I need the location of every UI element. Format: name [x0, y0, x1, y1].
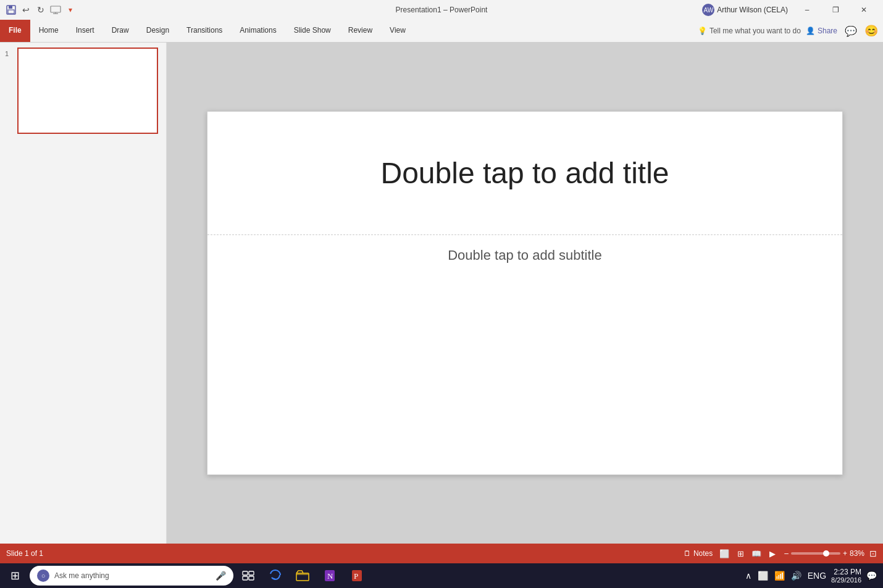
presenter-view-button[interactable]: ▶ — [766, 547, 779, 560]
share-icon: 👤 — [806, 27, 815, 35]
user-info[interactable]: AW Arthur Wilson (CELA) — [702, 4, 788, 16]
zoom-out-icon[interactable]: – — [784, 549, 789, 558]
svg-rect-1 — [9, 6, 12, 9]
slide-sorter-button[interactable]: ⊞ — [734, 547, 747, 560]
slide-thumbnail-wrapper: 1 — [5, 48, 161, 134]
taskbar-right: ∧ ⬜ 📶 🔊 ENG 2:23 PM 8/29/2016 💬 — [745, 568, 883, 584]
slide-info: Slide 1 of 1 — [6, 549, 43, 558]
restore-button[interactable]: ❐ — [821, 0, 850, 20]
share-area: 👤 Share 💬 😊 — [806, 24, 883, 38]
svg-rect-11 — [296, 573, 309, 575]
zoom-control: – + 83% — [784, 549, 864, 558]
title-bar-right: AW Arthur Wilson (CELA) – ❐ ✕ — [702, 0, 878, 20]
editor-area: Double tap to add title Double tap to ad… — [167, 43, 883, 544]
lightbulb-icon: 💡 — [698, 27, 707, 35]
tell-me-text: Tell me what you want to do — [709, 27, 801, 35]
zoom-slider[interactable] — [791, 552, 840, 555]
clock-date: 8/29/2016 — [831, 576, 861, 584]
tray-chevron-icon[interactable]: ∧ — [745, 571, 751, 581]
tab-file[interactable]: File — [0, 20, 30, 42]
search-circle-icon: ○ — [37, 569, 49, 582]
normal-view-button[interactable]: ⬜ — [718, 547, 731, 560]
tab-slideshow[interactable]: Slide Show — [285, 20, 340, 42]
undo-icon[interactable]: ↩ — [20, 4, 32, 16]
main-area: 1 Double tap to add title Double tap to … — [0, 43, 883, 544]
title-bar-left: ↩ ↻ ▾ — [5, 4, 77, 16]
tab-transitions[interactable]: Transitions — [178, 20, 231, 42]
slide-title-placeholder: Double tap to add title — [381, 156, 669, 190]
fit-slide-button[interactable]: ⊡ — [869, 549, 877, 558]
svg-rect-3 — [51, 6, 61, 12]
slide-subtitle-area[interactable]: Double tap to add subtitle — [207, 235, 842, 474]
zoom-in-icon[interactable]: + — [843, 549, 847, 558]
slide-subtitle-placeholder: Double tap to add subtitle — [448, 247, 602, 263]
network-icon[interactable]: 📶 — [774, 571, 785, 581]
tab-review[interactable]: Review — [340, 20, 381, 42]
language-icon[interactable]: ENG — [808, 571, 826, 581]
zoom-value: 83% — [850, 549, 864, 558]
notes-icon: 🗒 — [684, 549, 691, 558]
redo-icon[interactable]: ↻ — [35, 4, 47, 16]
edge-taskbar-icon[interactable] — [263, 563, 288, 588]
status-left: Slide 1 of 1 — [6, 549, 43, 558]
clock[interactable]: 2:23 PM 8/29/2016 — [831, 568, 861, 584]
svg-rect-6 — [243, 571, 248, 575]
tab-animations[interactable]: Animations — [231, 20, 285, 42]
user-name-label: Arthur Wilson (CELA) — [717, 6, 788, 14]
notifications-icon[interactable]: 💬 — [866, 571, 877, 581]
ribbon-tabs: File Home Insert Draw Design Transitions… — [0, 20, 883, 42]
system-tray: ∧ ⬜ 📶 🔊 ENG — [745, 571, 826, 581]
reading-view-button[interactable]: 📖 — [750, 547, 763, 560]
start-button[interactable]: ⊞ — [2, 563, 27, 588]
tab-draw[interactable]: Draw — [103, 20, 138, 42]
volume-icon[interactable]: 🔊 — [791, 571, 801, 581]
feedback-button[interactable]: 😊 — [864, 24, 878, 38]
save-icon[interactable] — [5, 4, 17, 16]
svg-text:N: N — [327, 571, 333, 581]
tab-insert[interactable]: Insert — [67, 20, 103, 42]
window-controls: – ❐ ✕ — [793, 0, 878, 20]
svg-rect-8 — [243, 576, 248, 580]
zoom-thumb — [823, 550, 829, 557]
clock-time: 2:23 PM — [831, 568, 861, 576]
status-bar: Slide 1 of 1 🗒 Notes ⬜ ⊞ 📖 ▶ – + 83% ⊡ — [0, 544, 883, 563]
taskbar: ⊞ ○ Ask me anything 🎤 N P ∧ ⬜ 📶 🔊 ENG — [0, 563, 883, 588]
tab-design[interactable]: Design — [138, 20, 178, 42]
tab-home[interactable]: Home — [30, 20, 67, 42]
close-button[interactable]: ✕ — [850, 0, 878, 20]
slide-title-area[interactable]: Double tap to add title — [207, 112, 842, 235]
svg-rect-2 — [8, 10, 14, 14]
document-title: Presentation1 – PowerPoint — [396, 6, 488, 14]
view-buttons: ⬜ ⊞ 📖 ▶ — [718, 547, 779, 560]
slide-thumbnail-1[interactable] — [17, 48, 158, 134]
slide-canvas[interactable]: Double tap to add title Double tap to ad… — [207, 111, 843, 475]
taskbar-left: ⊞ ○ Ask me anything 🎤 N P — [0, 563, 369, 588]
share-button[interactable]: 👤 Share — [806, 27, 837, 35]
svg-text:P: P — [354, 571, 358, 581]
minimize-button[interactable]: – — [793, 0, 821, 20]
tablet-mode-icon[interactable]: ⬜ — [758, 571, 768, 581]
mic-icon[interactable]: 🎤 — [216, 571, 226, 581]
slide-number-1: 1 — [5, 50, 14, 57]
start-icon: ⊞ — [10, 569, 20, 582]
title-bar: ↩ ↻ ▾ Presentation1 – PowerPoint AW Arth… — [0, 0, 883, 20]
avatar: AW — [702, 4, 714, 16]
search-text: Ask me anything — [54, 571, 109, 580]
customize-quick-access-icon[interactable]: ▾ — [64, 4, 77, 16]
explorer-taskbar-icon[interactable] — [290, 563, 315, 588]
notes-button[interactable]: 🗒 Notes — [684, 549, 713, 558]
status-right: 🗒 Notes ⬜ ⊞ 📖 ▶ – + 83% ⊡ — [684, 547, 877, 560]
svg-rect-9 — [249, 576, 254, 580]
onenote-taskbar-icon[interactable]: N — [317, 563, 342, 588]
tell-me-area[interactable]: 💡 Tell me what you want to do — [698, 27, 801, 35]
comments-button[interactable]: 💬 — [845, 25, 857, 37]
search-bar[interactable]: ○ Ask me anything 🎤 — [30, 566, 233, 586]
svg-rect-7 — [249, 571, 254, 575]
taskview-button[interactable] — [236, 563, 261, 588]
slides-panel: 1 — [0, 43, 167, 544]
slide-canvas-wrapper: Double tap to add title Double tap to ad… — [167, 43, 883, 544]
quick-presentation-icon[interactable] — [49, 4, 62, 16]
tab-view[interactable]: View — [381, 20, 414, 42]
powerpoint-taskbar-icon[interactable]: P — [345, 563, 369, 588]
ribbon: File Home Insert Draw Design Transitions… — [0, 20, 883, 43]
